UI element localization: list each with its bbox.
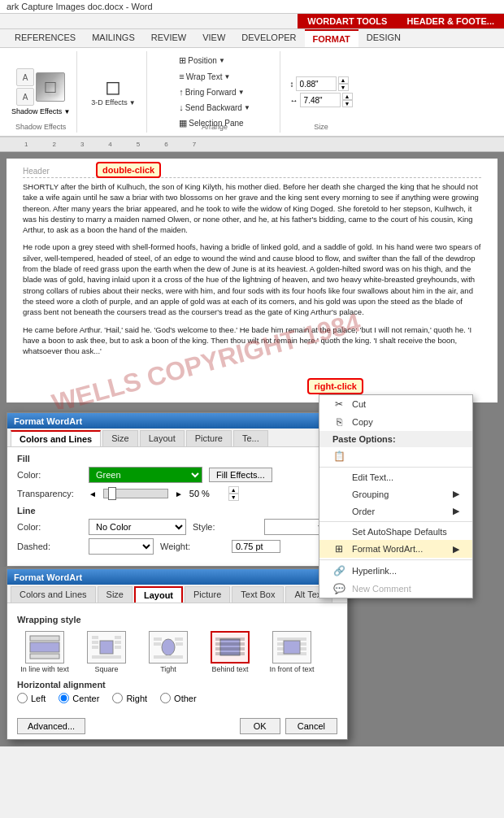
width-down-btn[interactable]: ▼	[342, 100, 353, 107]
tab-size[interactable]: Size	[102, 430, 137, 446]
position-btn[interactable]: ⊞ Position ▼	[173, 53, 255, 68]
transparency-up[interactable]: ▲	[228, 486, 239, 494]
header-label: Header	[23, 167, 481, 178]
paragraph1: SHORTLY after the birth of Kulhuch, the …	[23, 181, 481, 235]
dialog2-title: Format WordArt	[14, 572, 82, 582]
transparency-right-arrow[interactable]: ►	[175, 489, 183, 498]
radio-center-input[interactable]	[59, 693, 69, 703]
size-content: ↕ ▲ ▼ ↔ ▲ ▼	[290, 53, 353, 131]
radio-left[interactable]: Left	[17, 693, 46, 703]
ctx-cut[interactable]: ✂ Cut	[319, 395, 472, 413]
view-tab[interactable]: VIEW	[194, 29, 233, 47]
tab-te[interactable]: Te...	[233, 430, 268, 446]
slider-handle[interactable]	[108, 487, 116, 500]
horiz-alignment-label: Horizontal alignment	[17, 680, 337, 690]
ctx-edit-text[interactable]: Edit Text...	[319, 469, 472, 485]
radio-other-label: Other	[174, 694, 197, 703]
arrange-group: ⊞ Position ▼ ≡ Wrap Text ▼ ↑ Bring Forwa…	[150, 51, 280, 133]
wrap-square[interactable]: Square	[79, 631, 134, 673]
ctx-grouping[interactable]: Grouping ▶	[319, 485, 472, 503]
radio-other[interactable]: Other	[160, 693, 197, 703]
ctx-paste[interactable]: 📋	[319, 447, 472, 465]
d2-tab-colors[interactable]: Colors and Lines	[11, 586, 96, 603]
threed-label[interactable]: 3-D Effects▼	[91, 98, 135, 107]
references-tab[interactable]: REFERENCES	[7, 29, 84, 47]
paragraph3: He came before Arthur. 'Hail,' said he. …	[23, 324, 481, 357]
height-down-btn[interactable]: ▼	[338, 84, 349, 91]
d2-tab-textbox[interactable]: Text Box	[232, 586, 284, 603]
tab-colors-lines[interactable]: Colors and Lines	[11, 430, 101, 446]
wrap-square-label: Square	[94, 665, 118, 673]
arrange-group-label: Arrange	[150, 123, 280, 131]
ribbon-top-bar: WORDART TOOLS HEADER & FOOTE...	[0, 14, 504, 29]
wrap-behind[interactable]: Behind text	[202, 631, 258, 673]
ctx-format-wordart[interactable]: ⊞ Format WordArt... ▶	[319, 540, 472, 558]
svg-rect-1	[30, 636, 59, 641]
svg-rect-22	[277, 637, 306, 641]
dialog2-content: Wrapping style In line with text	[7, 603, 347, 713]
design-tab[interactable]: DESIGN	[358, 29, 409, 47]
radio-right-input[interactable]	[112, 693, 123, 703]
ribbon-nav: REFERENCES MAILINGS REVIEW VIEW DEVELOPE…	[0, 29, 504, 48]
radio-left-input[interactable]	[17, 693, 28, 703]
wrap-tight[interactable]: Tight	[141, 631, 196, 673]
wrap-text-btn[interactable]: ≡ Wrap Text ▼	[173, 69, 255, 84]
line-weight-input[interactable]	[232, 540, 280, 553]
shadow-color-btn2[interactable]: A	[16, 88, 34, 106]
send-backward-btn[interactable]: ↓ Send Backward ▼	[173, 100, 255, 115]
wrap-inline-icon	[25, 631, 64, 664]
threed-effects-group: ◻ 3-D Effects▼	[80, 51, 146, 133]
wrap-infront[interactable]: In front of text	[264, 631, 319, 673]
line-label: Line	[17, 506, 345, 516]
shadow-color-btn1[interactable]: A	[16, 68, 34, 86]
format-tab[interactable]: FORMAT	[305, 29, 358, 47]
wordart-tools-tab[interactable]: WORDART TOOLS	[298, 14, 397, 28]
transparency-slider[interactable]	[103, 489, 168, 498]
review-tab[interactable]: REVIEW	[143, 29, 194, 47]
radio-other-input[interactable]	[160, 693, 171, 703]
transparency-left-arrow[interactable]: ◄	[89, 489, 97, 498]
threed-effects-btn[interactable]: ◻ 3-D Effects▼	[87, 75, 139, 109]
wrap-behind-label: Behind text	[211, 665, 248, 673]
d2-tab-layout[interactable]: Layout	[134, 586, 183, 603]
advanced-btn[interactable]: Advanced...	[17, 718, 85, 734]
shadow-effects-group-label: Shadow Effects	[5, 123, 76, 131]
ctx-hyperlink[interactable]: 🔗 Hyperlink...	[319, 562, 472, 580]
developer-tab[interactable]: DEVELOPER	[233, 29, 304, 47]
line-color-select[interactable]: No Color	[89, 519, 186, 535]
ribbon-top-left	[0, 14, 298, 28]
transparency-down[interactable]: ▼	[228, 494, 239, 501]
d2-tab-picture[interactable]: Picture	[185, 586, 230, 603]
width-input[interactable]	[300, 93, 341, 107]
bring-forward-btn[interactable]: ↑ Bring Forward ▼	[173, 85, 255, 99]
dialog2-ok-btn[interactable]: OK	[240, 718, 280, 734]
wrap-infront-label: In front of text	[269, 665, 314, 673]
mailings-tab[interactable]: MAILINGS	[84, 29, 143, 47]
width-up-btn[interactable]: ▲	[342, 93, 353, 100]
dialog2-ok-cancel: OK Cancel	[240, 718, 337, 734]
radio-center[interactable]: Center	[59, 693, 99, 703]
shadow-effects-dropdown[interactable]: Shadow Effects ▼	[11, 107, 70, 115]
wrapping-style-label: Wrapping style	[17, 615, 337, 624]
fill-effects-btn[interactable]: Fill Effects...	[209, 468, 272, 482]
radio-right[interactable]: Right	[112, 693, 147, 703]
tab-picture[interactable]: Picture	[186, 430, 232, 446]
wrap-inline[interactable]: In line with text	[17, 631, 72, 673]
fill-color-select[interactable]: Green	[89, 467, 202, 483]
wrap-tight-icon	[149, 631, 188, 664]
line-style-label: Style:	[193, 522, 258, 532]
height-input[interactable]	[296, 76, 337, 91]
wrap-infront-svg	[276, 634, 308, 660]
dialog2-cancel-btn[interactable]: Cancel	[285, 718, 337, 734]
header-footer-tab[interactable]: HEADER & FOOTE...	[397, 14, 504, 28]
tab-layout[interactable]: Layout	[140, 430, 185, 446]
ctx-copy[interactable]: ⎘ Copy	[319, 413, 472, 431]
svg-rect-14	[154, 642, 161, 646]
d2-tab-size[interactable]: Size	[98, 586, 133, 603]
line-dashed-select[interactable]	[89, 538, 154, 555]
document-area: double-click right-click Header SHORTLY …	[0, 152, 504, 409]
ctx-order[interactable]: Order ▶	[319, 503, 472, 520]
ctx-set-autoshape[interactable]: Set AutoShape Defaults	[319, 524, 472, 540]
right-click-callout: right-click	[307, 378, 363, 394]
height-up-btn[interactable]: ▲	[338, 76, 349, 84]
